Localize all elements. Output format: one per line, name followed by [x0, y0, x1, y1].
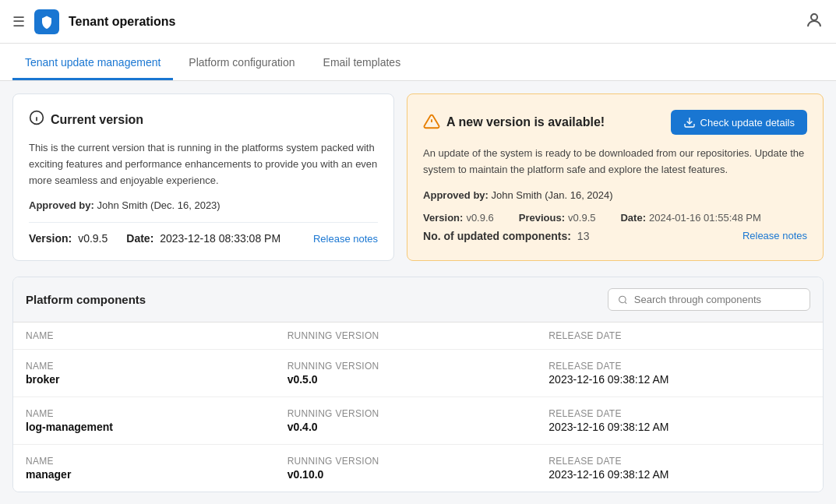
new-version: Version: v0.9.6 [423, 212, 494, 224]
new-previous: Previous: v0.9.5 [519, 212, 596, 224]
cell-name-3: Name manager [26, 456, 287, 481]
search-icon [618, 294, 628, 305]
tabs-bar: Tenant update management Platform config… [0, 44, 836, 81]
new-meta-row1: Version: v0.9.6 Previous: v0.9.5 Date: 2… [423, 212, 807, 224]
current-card-title: Current version [51, 113, 143, 127]
cell-version-1: Running version v0.5.0 [287, 361, 549, 386]
app-icon [34, 9, 59, 34]
cell-date-3: Release date 2023-12-16 09:38:12 AM [549, 456, 810, 481]
svg-point-7 [619, 296, 626, 303]
current-card-header: Current version [29, 110, 378, 129]
cell-name-2: Name log-management [26, 408, 287, 433]
tab-email-templates[interactable]: Email templates [311, 47, 414, 80]
new-updated-components: No. of updated components: 13 [423, 230, 589, 242]
warning-icon [423, 113, 440, 132]
search-box[interactable] [608, 288, 810, 311]
table-row: Name broker Running version v0.5.0 Relea… [13, 350, 823, 397]
tab-platform-config[interactable]: Platform configuration [176, 47, 307, 80]
new-card-body: An update of the system is ready to be d… [423, 146, 807, 178]
tab-tenant-update[interactable]: Tenant update management [12, 47, 173, 80]
user-icon[interactable] [805, 11, 824, 32]
cell-date-2: Release date 2023-12-16 09:38:12 AM [549, 408, 810, 433]
platform-title: Platform components [26, 293, 146, 306]
search-input[interactable] [634, 294, 800, 305]
check-update-button[interactable]: Check update details [671, 110, 807, 135]
menu-icon[interactable]: ☰ [12, 13, 25, 30]
main-content: Current version This is the current vers… [0, 81, 836, 504]
new-card-header: A new version is available! Check update… [423, 110, 807, 135]
platform-header: Platform components [13, 277, 823, 322]
new-date: Date: 2024-01-16 01:55:48 PM [620, 212, 760, 224]
svg-point-0 [811, 14, 817, 20]
col-name: Name [26, 330, 287, 341]
cell-name-1: Name broker [26, 361, 287, 386]
new-release-notes-link[interactable]: Release notes [743, 230, 807, 241]
current-card-footer: Version: v0.9.5 Date: 2023-12-18 08:33:0… [29, 222, 378, 245]
app-title: Tenant operations [69, 15, 176, 29]
current-card-body: This is the current version that is runn… [29, 140, 378, 189]
new-card-footer: Version: v0.9.6 Previous: v0.9.5 Date: 2… [423, 212, 807, 242]
new-version-card: A new version is available! Check update… [407, 93, 824, 261]
cell-version-2: Running version v0.4.0 [287, 408, 549, 433]
col-date: Release date [549, 330, 810, 341]
cell-version-3: Running version v0.10.0 [287, 456, 549, 481]
app-header: ☰ Tenant operations [0, 0, 836, 44]
new-card-approved: Approved by: John Smith (Jan. 16, 2024) [423, 189, 807, 201]
table-row: Name log-management Running version v0.4… [13, 397, 823, 445]
current-release-notes-link[interactable]: Release notes [313, 233, 378, 245]
current-version-info: Version: v0.9.5 Date: 2023-12-18 08:33:0… [29, 232, 280, 245]
table-row: Name manager Running version v0.10.0 Rel… [13, 445, 823, 492]
current-card-approved: Approved by: John Smith (Dec. 16, 2023) [29, 199, 378, 211]
date-label-value: Date: 2023-12-18 08:33:08 PM [126, 232, 280, 245]
current-version-card: Current version This is the current vers… [12, 93, 394, 261]
col-version: Running version [287, 330, 549, 341]
version-cards-row: Current version This is the current vers… [12, 93, 824, 261]
info-icon [29, 110, 44, 129]
new-card-title-row: A new version is available! [423, 113, 605, 132]
new-card-title: A new version is available! [446, 115, 605, 129]
header-left: ☰ Tenant operations [12, 9, 176, 34]
table-header: Name Running version Release date [13, 322, 823, 350]
version-label-value: Version: v0.9.5 [29, 232, 108, 245]
cell-date-1: Release date 2023-12-16 09:38:12 AM [549, 361, 810, 386]
platform-components-section: Platform components Name Running version… [12, 277, 824, 492]
